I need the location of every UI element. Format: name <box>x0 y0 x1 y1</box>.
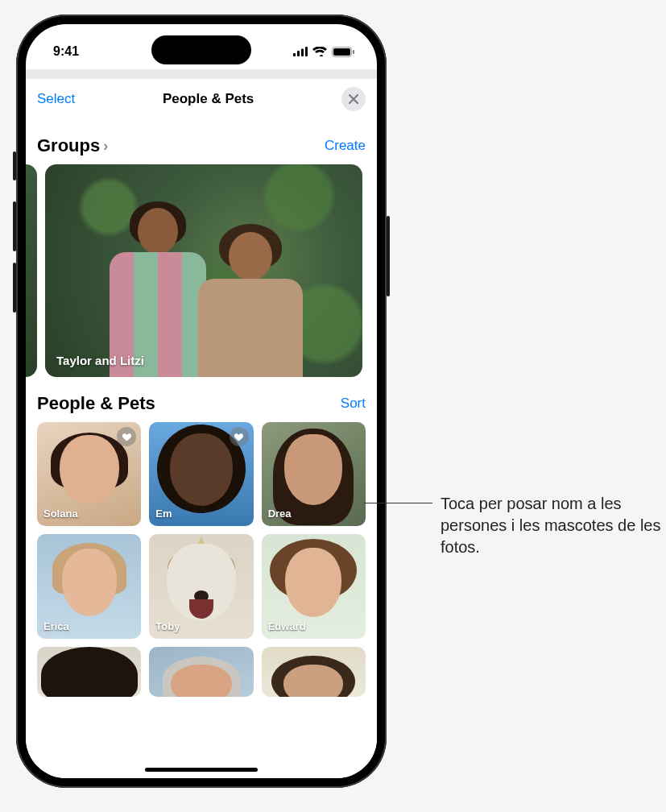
person-tile-erica[interactable]: Erica <box>37 534 141 638</box>
svg-rect-3 <box>305 47 308 56</box>
groups-scroll[interactable]: Taylor and Litzi <box>26 164 366 377</box>
group-card-peek[interactable] <box>26 164 37 377</box>
pet-name: Toby <box>155 620 180 632</box>
group-card[interactable]: Taylor and Litzi <box>45 164 362 377</box>
svg-rect-2 <box>301 49 304 57</box>
person-name: Erica <box>43 620 69 632</box>
status-time: 9:41 <box>53 44 79 59</box>
iphone-frame: 9:41 Select People & Pets Groups <box>16 14 387 788</box>
sheet: Select People & Pets Groups › Create <box>26 79 377 778</box>
device-side-button <box>13 201 16 251</box>
person-name: Drea <box>268 508 292 520</box>
pet-tile-toby[interactable]: Toby <box>149 534 253 638</box>
callout-text: Toca per posar nom a les persones i les … <box>441 493 666 558</box>
person-tile[interactable] <box>262 647 366 697</box>
person-name: Solana <box>43 508 78 520</box>
dynamic-island <box>151 35 251 64</box>
people-grid-overflow <box>37 647 366 697</box>
chevron-right-icon: › <box>103 138 108 155</box>
sort-button[interactable]: Sort <box>341 396 366 412</box>
groups-heading-label: Groups <box>37 135 100 156</box>
device-side-button <box>13 151 16 180</box>
people-grid: Solana Em Drea <box>37 422 366 639</box>
select-button[interactable]: Select <box>37 91 75 107</box>
device-side-button <box>13 263 16 313</box>
favorite-badge <box>230 427 249 446</box>
wifi-icon <box>312 47 327 56</box>
person-name: Em <box>155 508 172 520</box>
callout: Toca per posar nom a les persones i les … <box>403 493 666 558</box>
battery-icon <box>332 47 354 57</box>
groups-heading[interactable]: Groups › <box>37 135 108 156</box>
svg-rect-0 <box>293 53 296 56</box>
person-tile-edward[interactable]: Edward <box>262 534 366 638</box>
group-card-label: Taylor and Litzi <box>56 354 144 367</box>
person-tile-solana[interactable]: Solana <box>37 422 141 526</box>
person-name: Edward <box>268 620 306 632</box>
svg-rect-1 <box>297 51 300 56</box>
person-tile-em[interactable]: Em <box>149 422 253 526</box>
callout-leader-line <box>403 503 432 503</box>
close-icon <box>349 94 358 104</box>
svg-rect-5 <box>333 48 350 56</box>
person-tile[interactable] <box>149 647 253 697</box>
home-indicator[interactable] <box>145 768 258 772</box>
people-heading-label: People & Pets <box>37 393 155 414</box>
screen: 9:41 Select People & Pets Groups <box>26 24 377 778</box>
sheet-grabber <box>26 69 377 79</box>
close-button[interactable] <box>341 87 366 111</box>
people-heading: People & Pets <box>37 393 155 414</box>
create-group-button[interactable]: Create <box>325 138 366 154</box>
device-side-button <box>387 216 390 296</box>
svg-rect-6 <box>353 50 354 54</box>
person-tile-drea[interactable]: Drea <box>262 422 366 526</box>
person-tile[interactable] <box>37 647 141 697</box>
sheet-title: People & Pets <box>163 91 254 107</box>
cellular-icon <box>293 47 308 56</box>
